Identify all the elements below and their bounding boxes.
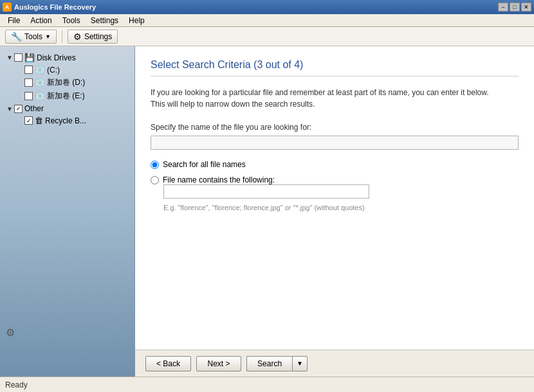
radio-contains-group: File name contains the following: E.g. "… bbox=[151, 175, 519, 211]
menu-action[interactable]: Action bbox=[25, 15, 57, 26]
bottom-bar: < Back Next > Search ▼ bbox=[135, 350, 534, 377]
tree-other[interactable]: ▼ Other bbox=[3, 103, 132, 114]
toolbar-divider bbox=[62, 30, 62, 43]
checkbox-disk-drives[interactable] bbox=[14, 53, 23, 62]
recycle-bin-label: Recycle B... bbox=[45, 116, 86, 125]
menu-bar: File Action Tools Settings Help bbox=[0, 14, 534, 27]
disk-drives-label: Disk Drives bbox=[37, 53, 76, 62]
file-name-specify-input[interactable] bbox=[151, 136, 519, 150]
recycle-bin-icon: 🗑 bbox=[35, 116, 43, 125]
search-dropdown-button[interactable]: ▼ bbox=[292, 356, 308, 371]
status-bar: Ready bbox=[0, 377, 534, 392]
expand-d-icon bbox=[15, 78, 24, 87]
search-button[interactable]: Search bbox=[246, 356, 292, 371]
title-bar-left: A Auslogics File Recovery bbox=[3, 3, 96, 12]
toolbar: 🔧 Tools ▼ ⚙ Settings bbox=[0, 27, 534, 46]
expand-e-icon bbox=[15, 92, 24, 101]
checkbox-other[interactable] bbox=[14, 105, 23, 113]
back-button[interactable]: < Back bbox=[145, 356, 191, 371]
search-button-group[interactable]: Search ▼ bbox=[246, 356, 308, 371]
tree-disk-drives[interactable]: ▼ 💾 Disk Drives bbox=[3, 51, 132, 64]
radio-all-names-label: Search for all file names bbox=[163, 160, 246, 169]
expand-other-icon[interactable]: ▼ bbox=[5, 104, 14, 113]
description-line2: This will help to narrow down the search… bbox=[151, 100, 315, 109]
hint-text: E.g. "florence", "florence; florence.jpg… bbox=[163, 204, 519, 211]
settings-label: Settings bbox=[84, 32, 112, 41]
checkbox-drive-d[interactable] bbox=[24, 78, 33, 87]
settings-icon: ⚙ bbox=[73, 31, 82, 42]
expand-recycle-icon bbox=[15, 116, 24, 125]
checkbox-drive-c[interactable] bbox=[24, 66, 33, 74]
window-title: Auslogics File Recovery bbox=[14, 3, 96, 11]
content-main: Select Search Criteria (3 out of 4) If y… bbox=[135, 46, 534, 350]
title-bar: A Auslogics File Recovery − □ ✕ bbox=[0, 0, 534, 14]
other-label: Other bbox=[24, 104, 44, 113]
menu-help[interactable]: Help bbox=[124, 15, 150, 26]
radio-all-names-input[interactable] bbox=[151, 161, 159, 169]
checkbox-recycle-bin[interactable] bbox=[24, 116, 33, 125]
drive-e-label: 新加卷 (E:) bbox=[47, 91, 85, 102]
drive-c-label: (C:) bbox=[47, 66, 60, 75]
radio-all-names-item[interactable]: Search for all file names bbox=[151, 160, 519, 169]
tree-drive-d[interactable]: 💿 新加卷 (D:) bbox=[13, 76, 132, 89]
sidebar: ▼ 💾 Disk Drives 💿 (C:) 💿 新加卷 (D:) 💿 bbox=[0, 46, 135, 377]
title-bar-controls[interactable]: − □ ✕ bbox=[498, 3, 531, 12]
description: If you are looking for a particular file… bbox=[151, 87, 519, 110]
tools-label: Tools bbox=[24, 32, 42, 41]
drive-folder-icon: 💾 bbox=[24, 53, 35, 62]
tools-button[interactable]: 🔧 Tools ▼ bbox=[5, 30, 57, 44]
minimize-button[interactable]: − bbox=[498, 3, 508, 12]
file-name-contains-input[interactable] bbox=[163, 184, 369, 199]
tree-recycle-bin[interactable]: 🗑 Recycle B... bbox=[13, 114, 132, 127]
settings-button[interactable]: ⚙ Settings bbox=[68, 30, 118, 44]
tools-arrow-icon: ▼ bbox=[45, 33, 51, 40]
specify-label: Specify the name of the file you are loo… bbox=[151, 123, 519, 132]
expand-disk-drives-icon[interactable]: ▼ bbox=[5, 53, 14, 62]
sidebar-gear-icon[interactable]: ⚙ bbox=[3, 325, 18, 340]
app-icon: A bbox=[3, 3, 12, 12]
tree-drive-e[interactable]: 💿 新加卷 (E:) bbox=[13, 89, 132, 103]
menu-settings[interactable]: Settings bbox=[86, 15, 124, 26]
description-line1: If you are looking for a particular file… bbox=[151, 88, 489, 97]
main-layout: ▼ 💾 Disk Drives 💿 (C:) 💿 新加卷 (D:) 💿 bbox=[0, 46, 534, 377]
drive-d-label: 新加卷 (D:) bbox=[47, 77, 85, 88]
radio-contains-item[interactable]: File name contains the following: bbox=[151, 175, 519, 184]
menu-tools[interactable]: Tools bbox=[57, 15, 86, 26]
status-text: Ready bbox=[5, 380, 28, 389]
page-title: Select Search Criteria (3 out of 4) bbox=[151, 59, 519, 76]
radio-contains-label: File name contains the following: bbox=[163, 175, 275, 184]
checkbox-drive-e[interactable] bbox=[24, 92, 33, 100]
close-button[interactable]: ✕ bbox=[521, 3, 531, 12]
next-button[interactable]: Next > bbox=[196, 356, 241, 371]
drive-d-icon: 💿 bbox=[35, 78, 45, 87]
tools-icon: 🔧 bbox=[11, 31, 22, 42]
other-children: 🗑 Recycle B... bbox=[3, 114, 132, 127]
disk-drives-children: 💿 (C:) 💿 新加卷 (D:) 💿 新加卷 (E:) bbox=[3, 64, 132, 103]
radio-contains-input[interactable] bbox=[151, 176, 159, 184]
menu-file[interactable]: File bbox=[3, 15, 25, 26]
drive-c-icon: 💿 bbox=[35, 65, 45, 75]
maximize-button[interactable]: □ bbox=[510, 3, 520, 12]
radio-group: Search for all file names File name cont… bbox=[151, 160, 519, 211]
content-area: Select Search Criteria (3 out of 4) If y… bbox=[135, 46, 534, 377]
tree-drive-c[interactable]: 💿 (C:) bbox=[13, 64, 132, 76]
expand-c-icon bbox=[15, 66, 24, 75]
drive-e-icon: 💿 bbox=[35, 91, 45, 101]
